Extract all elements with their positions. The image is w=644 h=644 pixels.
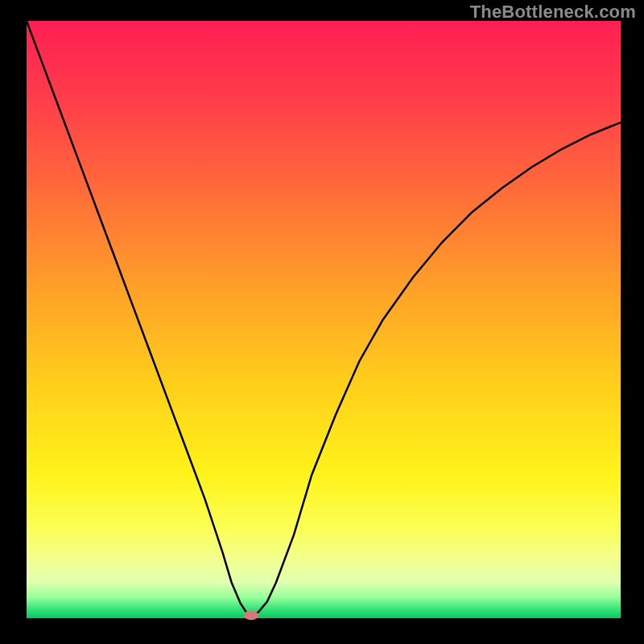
optimum-marker xyxy=(244,610,258,620)
bottleneck-chart xyxy=(0,0,644,644)
watermark-text: TheBottleneck.com xyxy=(470,2,636,23)
plot-background xyxy=(27,21,621,618)
chart-frame: TheBottleneck.com xyxy=(0,0,644,644)
